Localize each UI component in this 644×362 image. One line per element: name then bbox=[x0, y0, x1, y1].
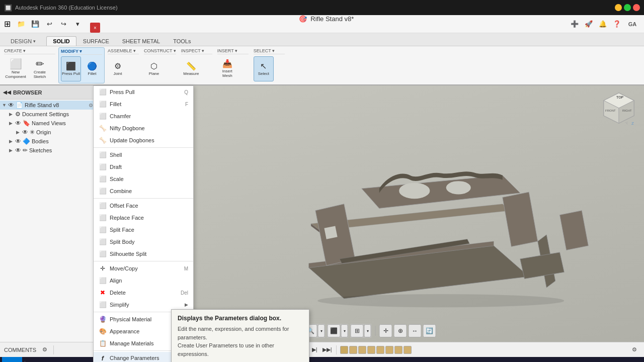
undo-btn[interactable]: ↩ bbox=[43, 18, 56, 31]
frame-6[interactable] bbox=[385, 346, 393, 354]
menu-combine[interactable]: ⬜ Combine bbox=[94, 185, 193, 197]
taskbar-folder-btn[interactable]: 📁 bbox=[66, 358, 84, 362]
measure-btn[interactable]: 📏 Measure bbox=[181, 56, 201, 81]
grid-toggle-btn[interactable]: ⊞ bbox=[351, 324, 364, 337]
insert-group-label[interactable]: INSERT ▾ bbox=[217, 48, 249, 54]
bodies-eye-icon[interactable]: 👁 bbox=[15, 138, 21, 145]
taskbar-files-btn[interactable]: 🗂 bbox=[47, 358, 65, 362]
add-btn[interactable]: ➕ bbox=[569, 18, 581, 30]
plane-btn[interactable]: ⬡ Plane bbox=[144, 56, 164, 81]
menu-nifty-dogbone[interactable]: 🦴 Nifty Dogbone bbox=[94, 122, 193, 134]
comments-settings-btn[interactable]: ⚙ bbox=[39, 344, 50, 355]
new-component-btn[interactable]: ⬜ New Component bbox=[4, 55, 27, 82]
close-window-btn[interactable] bbox=[633, 4, 640, 11]
menu-sep-2 bbox=[94, 198, 193, 199]
menu-shell[interactable]: ⬜ Shell bbox=[94, 149, 193, 161]
menu-replace-face[interactable]: ⬜ Replace Face bbox=[94, 212, 193, 224]
taskbar-search-btn[interactable]: 🔍 bbox=[28, 358, 46, 362]
tab-solid[interactable]: SOLID bbox=[46, 36, 76, 46]
tree-item-sketches[interactable]: ▶ 👁 ✏ Sketches bbox=[0, 146, 95, 155]
named-views-eye-icon[interactable]: 👁 bbox=[15, 120, 21, 127]
zoom-dropdown-btn[interactable]: ▾ bbox=[318, 324, 325, 337]
frame-4[interactable] bbox=[367, 346, 375, 354]
nav-next-btn[interactable]: ▶▶| bbox=[321, 344, 333, 355]
menu-fillet[interactable]: ⬜ Fillet F bbox=[94, 98, 193, 110]
nav-btn-1[interactable]: ✛ bbox=[379, 324, 392, 337]
construct-group-label[interactable]: CONSTRUCT ▾ bbox=[144, 48, 176, 54]
select-group-label[interactable]: SELECT ▾ bbox=[254, 48, 285, 54]
tab-design[interactable]: DESIGN ▾ bbox=[4, 36, 42, 46]
frame-5[interactable] bbox=[376, 346, 384, 354]
create-group-label[interactable]: CREATE ▾ bbox=[4, 48, 55, 54]
menu-align[interactable]: ⬜ Align bbox=[94, 275, 193, 287]
root-visibility-icon[interactable]: 👁 bbox=[8, 102, 14, 109]
start-button[interactable]: ⊞ bbox=[2, 357, 22, 362]
menu-update-dogbones[interactable]: 🦴 Update Dogbones bbox=[94, 134, 193, 146]
frame-3[interactable] bbox=[358, 346, 366, 354]
menu-chamfer[interactable]: ⬜ Chamfer bbox=[94, 110, 193, 122]
tree-item-doc-settings[interactable]: ▶ ⚙ Document Settings bbox=[0, 110, 95, 119]
orientation-cube[interactable]: TOP FRONT RIGHT Z Y bbox=[601, 90, 636, 126]
delete-shortcut: Del bbox=[181, 290, 188, 296]
menu-split-body[interactable]: ⬜ Split Body bbox=[94, 236, 193, 248]
origin-eye-icon[interactable]: 👁 bbox=[22, 129, 28, 136]
more-btn[interactable]: ▾ bbox=[71, 18, 84, 31]
tab-close-btn[interactable]: × bbox=[90, 23, 100, 33]
replace-face-icon: ⬜ bbox=[99, 214, 107, 222]
select-btn[interactable]: ↖ Select bbox=[254, 56, 274, 81]
root-settings-icon[interactable]: ⚙ bbox=[89, 103, 93, 108]
inspect-group-label[interactable]: INSPECT ▾ bbox=[181, 48, 212, 54]
nav-btn-4[interactable]: 🔄 bbox=[423, 324, 436, 337]
frame-2[interactable] bbox=[349, 346, 357, 354]
tree-item-origin[interactable]: ▶ 👁 ✳ Origin bbox=[0, 128, 95, 137]
nav-step-fwd-btn[interactable]: ▶| bbox=[309, 344, 320, 355]
press-pull-label: Press Pull bbox=[62, 71, 80, 76]
press-pull-btn[interactable]: ⬛ Press Pull bbox=[61, 56, 81, 81]
menu-offset-face[interactable]: ⬜ Offset Face bbox=[94, 200, 193, 212]
tab-surface[interactable]: SURFACE bbox=[76, 36, 116, 46]
menu-move-copy[interactable]: ✛ Move/Copy M bbox=[94, 262, 193, 275]
modify-group-label[interactable]: MODIFY ▾ bbox=[61, 49, 102, 55]
create-sketch-btn[interactable]: ✏ Create Sketch bbox=[28, 55, 51, 82]
assemble-group-label[interactable]: ASSEMBLE ▾ bbox=[108, 48, 139, 54]
nav-btn-3[interactable]: ↔ bbox=[409, 324, 422, 337]
nav-btn-2[interactable]: ⊕ bbox=[394, 324, 407, 337]
grid-dropdown-btn[interactable]: ▾ bbox=[364, 324, 371, 337]
tree-item-root[interactable]: ▼ 👁 📄 Rifle Stand v8 ⚙ bbox=[0, 101, 95, 110]
grid-icon[interactable]: ⊞ bbox=[4, 19, 11, 29]
frame-7[interactable] bbox=[394, 346, 403, 354]
tree-item-doc-label: Document Settings bbox=[22, 111, 69, 117]
modify-items: ⬛ Press Pull 🔵 Fillet bbox=[61, 56, 102, 82]
fillet-btn[interactable]: 🔵 Fillet bbox=[82, 56, 102, 81]
maximize-btn[interactable] bbox=[624, 4, 631, 11]
menu-draft[interactable]: ⬜ Draft bbox=[94, 161, 193, 173]
frame-8[interactable] bbox=[404, 346, 412, 354]
file-menu-btn[interactable]: 📁 bbox=[15, 18, 28, 31]
help-rocket-btn[interactable]: 🚀 bbox=[583, 18, 595, 30]
menu-press-pull[interactable]: ⬜ Press Pull Q bbox=[94, 86, 193, 98]
insert-mesh-btn[interactable]: 📥 Insert Mesh bbox=[217, 56, 237, 81]
menu-delete[interactable]: ✖ Delete Del bbox=[94, 287, 193, 299]
frame-1[interactable] bbox=[340, 346, 348, 354]
help-btn[interactable]: ❓ bbox=[611, 18, 623, 30]
joint-btn[interactable]: ⚙ Joint bbox=[108, 56, 128, 81]
display-dropdown-btn[interactable]: ▾ bbox=[341, 324, 348, 337]
user-btn[interactable]: GA bbox=[625, 18, 640, 30]
settings-btn[interactable]: ⚙ bbox=[629, 344, 640, 355]
redo-btn[interactable]: ↪ bbox=[57, 18, 70, 31]
collapse-sidebar-btn[interactable]: ◀◀ bbox=[3, 89, 11, 95]
tree-item-bodies-label: Bodies bbox=[32, 138, 49, 144]
save-btn[interactable]: 💾 bbox=[29, 18, 42, 31]
press-pull-menu-label: Press Pull bbox=[110, 89, 135, 95]
notification-btn[interactable]: 🔔 bbox=[597, 18, 609, 30]
menu-split-face[interactable]: ⬜ Split Face bbox=[94, 224, 193, 236]
menu-silhouette-split[interactable]: ⬜ Silhouette Split bbox=[94, 248, 193, 260]
tree-item-named-views[interactable]: ▶ 👁 🔖 Named Views bbox=[0, 119, 95, 128]
tab-tools[interactable]: TOOLs bbox=[167, 36, 197, 46]
tab-sheet-metal[interactable]: SHEET METAL bbox=[116, 36, 167, 46]
minimize-btn[interactable] bbox=[615, 4, 622, 11]
sketches-eye-icon[interactable]: 👁 bbox=[15, 147, 21, 154]
tree-item-bodies[interactable]: ▶ 👁 🔷 Bodies bbox=[0, 137, 95, 146]
display-mode-btn[interactable]: ⬛ bbox=[328, 324, 341, 337]
menu-scale[interactable]: ⬜ Scale bbox=[94, 173, 193, 185]
